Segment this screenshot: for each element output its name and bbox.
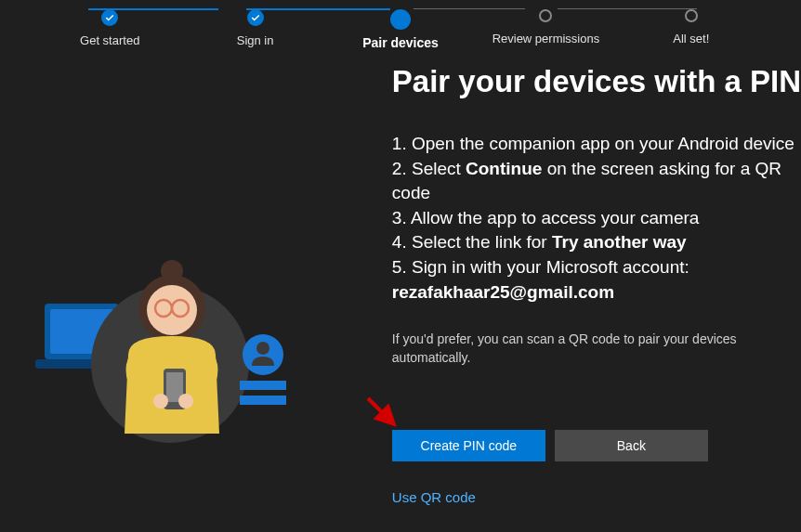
step-label: Review permissions	[492, 32, 600, 45]
secondary-instruction: If you'd prefer, you can scan a QR code …	[392, 331, 801, 367]
instruction-step-5: 5. Sign in with your Microsoft account:	[392, 255, 801, 280]
step-label: Sign in	[237, 33, 274, 47]
svg-point-13	[178, 394, 193, 409]
current-step-icon	[390, 9, 411, 30]
svg-rect-17	[240, 396, 286, 405]
svg-rect-16	[240, 381, 286, 390]
use-qr-link[interactable]: Use QR code	[392, 489, 476, 505]
step-label: All set!	[673, 32, 709, 45]
svg-point-12	[153, 394, 168, 409]
incomplete-step-icon	[685, 9, 698, 22]
instruction-step-1: 1. Open the companion app on your Androi…	[392, 132, 801, 157]
instruction-step-2: 2. Select Continue on the screen asking …	[392, 157, 801, 206]
step-review-permissions: Review permissions	[473, 9, 618, 45]
back-button[interactable]: Back	[555, 430, 708, 461]
instructions-list: 1. Open the companion app on your Androi…	[392, 132, 801, 305]
pairing-illustration	[0, 64, 313, 506]
progress-stepper: Get started Sign in Pair devices Review …	[0, 0, 801, 50]
account-email: rezafakhaar25@gmail.com	[392, 280, 801, 305]
page-title: Pair your devices with a PIN	[392, 64, 801, 99]
svg-point-15	[256, 342, 269, 355]
step-label: Pair devices	[362, 35, 439, 50]
create-pin-button[interactable]: Create PIN code	[392, 430, 545, 461]
step-label: Get started	[80, 33, 139, 47]
step-pair-devices: Pair devices	[328, 9, 473, 50]
instruction-step-4: 4. Select the link for Try another way	[392, 230, 801, 255]
incomplete-step-icon	[539, 9, 552, 22]
svg-line-19	[368, 398, 394, 424]
step-get-started: Get started	[37, 9, 182, 47]
checkmark-icon	[247, 9, 264, 26]
step-all-set: All set!	[619, 9, 764, 45]
checkmark-icon	[101, 9, 118, 26]
instruction-step-3: 3. Allow the app to access your camera	[392, 206, 801, 231]
step-sign-in: Sign in	[182, 9, 327, 47]
annotation-arrow-icon	[364, 395, 401, 432]
